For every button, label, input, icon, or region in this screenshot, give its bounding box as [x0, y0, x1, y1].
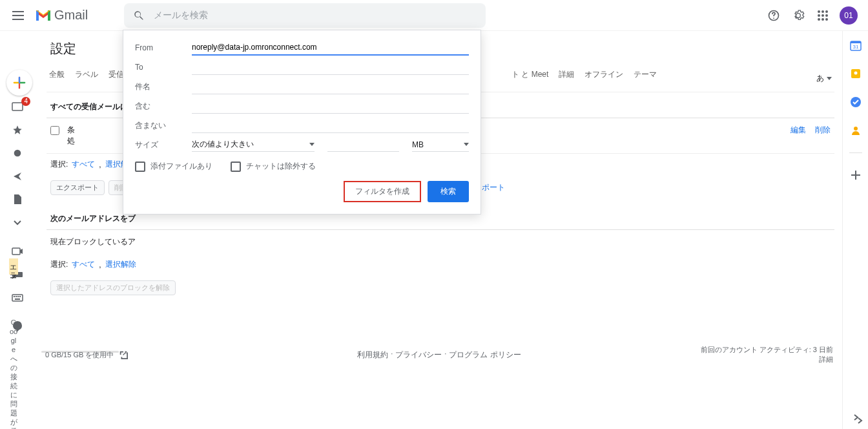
svg-point-9: [825, 18, 828, 21]
drafts-icon[interactable]: [10, 194, 25, 205]
from-input[interactable]: [192, 40, 469, 56]
search-placeholder: メールを検索: [154, 10, 208, 21]
filter-checkbox[interactable]: [50, 126, 59, 135]
svg-rect-14: [12, 295, 23, 301]
svg-point-11: [14, 150, 21, 157]
footer-right: 前回のアカウント アクティビティ: 3 日前 詳細: [701, 345, 833, 364]
snoozed-icon[interactable]: [10, 147, 25, 159]
svg-point-7: [818, 18, 820, 21]
export-button[interactable]: エクスポート: [50, 180, 105, 195]
filter-conditions: 条 処: [67, 125, 132, 147]
svg-rect-19: [15, 298, 20, 300]
activity-text: 前回のアカウント アクティビティ: 3 日前: [701, 345, 833, 355]
left-rail: 4 エラー Google への接続に問題が発生しています。: [0, 31, 35, 429]
avatar[interactable]: 01: [840, 6, 858, 25]
select-label-2: 選択:: [50, 259, 68, 270]
edit-link[interactable]: 編集: [790, 125, 806, 136]
subject-input[interactable]: [192, 79, 469, 94]
svg-rect-12: [12, 248, 20, 255]
from-row: From: [135, 38, 469, 58]
menu-icon[interactable]: [10, 8, 26, 23]
sent-icon[interactable]: [10, 171, 25, 182]
has-attach-label: 添付ファイルあり: [150, 161, 212, 172]
create-filter-button[interactable]: フィルタを作成: [344, 181, 421, 202]
error-pill: エラー: [9, 258, 18, 275]
subject-label: 件名: [135, 81, 192, 92]
sidebar-icons: 4: [0, 101, 35, 332]
gmail-logo[interactable]: Gmail: [35, 8, 88, 23]
tab-meet[interactable]: ト と Meet: [512, 65, 548, 92]
svg-point-1: [818, 10, 820, 13]
size-op-text: 次の値より大きい: [192, 139, 254, 150]
svg-point-4: [818, 14, 820, 17]
help-icon[interactable]: [766, 8, 781, 23]
compose-button[interactable]: [6, 70, 32, 96]
search-button[interactable]: 検索: [428, 181, 469, 202]
tab-advanced[interactable]: 詳細: [559, 65, 574, 92]
contacts-icon[interactable]: [849, 124, 862, 137]
size-unit-select[interactable]: MB: [412, 138, 469, 152]
storage-text: 0 GB/15 GB を使用中: [45, 350, 114, 360]
subject-row: 件名: [135, 77, 469, 96]
inbox-icon[interactable]: 4: [10, 101, 25, 112]
apps-icon[interactable]: [815, 8, 831, 23]
starred-icon[interactable]: [10, 124, 25, 136]
keep-icon[interactable]: [849, 67, 862, 80]
tab-themes[interactable]: テーマ: [634, 65, 657, 92]
policies-link[interactable]: プログラム ポリシー: [449, 350, 521, 361]
add-addon-icon[interactable]: [849, 169, 862, 182]
svg-point-26: [854, 127, 858, 131]
privacy-link[interactable]: プライバシー: [395, 350, 442, 361]
size-label: サイズ: [135, 140, 192, 151]
svg-point-5: [822, 14, 824, 17]
svg-rect-21: [851, 41, 861, 43]
has-attachment-checkbox[interactable]: 添付ファイルあり: [135, 161, 212, 172]
tab-offline[interactable]: オフライン: [584, 65, 623, 92]
blocked-desc: 現在ブロックしているア: [46, 230, 834, 254]
settings-icon[interactable]: [790, 8, 806, 23]
size-unit-text: MB: [412, 140, 424, 149]
tab-general[interactable]: 全般: [49, 65, 65, 92]
has-input[interactable]: [192, 99, 469, 114]
select-all-link[interactable]: すべて: [72, 159, 95, 170]
svg-point-24: [854, 72, 857, 75]
blocked-section-title: 次のメールアドレスをブ: [46, 213, 834, 230]
svg-rect-18: [19, 296, 21, 297]
select-row-2: 選択: すべて, 選択解除: [46, 254, 834, 275]
to-input[interactable]: [192, 60, 469, 75]
expand-icon[interactable]: [10, 217, 25, 229]
tasks-icon[interactable]: [849, 96, 862, 109]
filter-cond-label: 条: [67, 125, 132, 136]
search-icon: [133, 10, 145, 21]
svg-text:31: 31: [852, 44, 858, 50]
svg-point-8: [822, 18, 824, 21]
search-bar[interactable]: メールを検索: [124, 3, 486, 28]
open-external-icon[interactable]: [119, 350, 128, 359]
inbox-badge: 4: [21, 97, 30, 106]
lang-label: あ: [816, 69, 824, 88]
keyboard-icon[interactable]: [10, 292, 25, 304]
corner-chevron-icon[interactable]: [855, 416, 864, 425]
nothas-label: 含まない: [135, 120, 192, 131]
nothas-input[interactable]: [192, 118, 469, 133]
svg-rect-15: [14, 296, 15, 297]
to-row: To: [135, 58, 469, 77]
size-operator-select[interactable]: 次の値より大きい: [192, 138, 315, 152]
select-none-link-2[interactable]: 選択解除: [105, 259, 136, 270]
calendar-icon[interactable]: 31: [849, 39, 862, 52]
tab-labels[interactable]: ラベル: [75, 65, 98, 92]
right-rail: 31: [842, 31, 868, 429]
exclude-chat-checkbox[interactable]: チャットは除外する: [231, 161, 316, 172]
size-value-input[interactable]: [327, 138, 399, 152]
details-link[interactable]: 詳細: [701, 355, 833, 364]
select-all-link-2[interactable]: すべて: [72, 259, 95, 270]
from-label: From: [135, 43, 192, 52]
delete-link[interactable]: 削除: [815, 125, 831, 136]
terms-link[interactable]: 利用規約: [357, 350, 388, 361]
meet-icon[interactable]: [10, 246, 25, 257]
unblock-button: 選択したアドレスのブロックを解除: [50, 280, 176, 295]
language-selector[interactable]: あ: [816, 65, 832, 92]
filter-action-label: 処: [67, 136, 132, 147]
svg-rect-10: [12, 103, 23, 110]
nothas-row: 含まない: [135, 116, 469, 135]
